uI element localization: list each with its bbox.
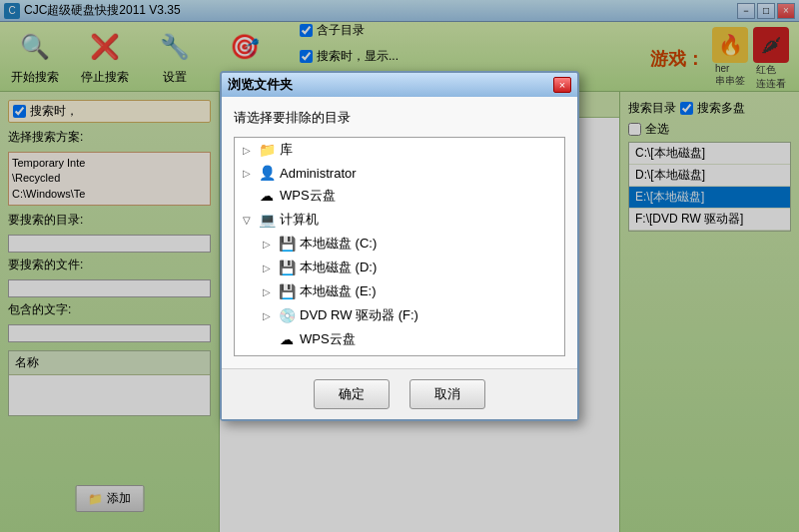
tree-item-admin[interactable]: ▷ 👤 Administrator: [235, 162, 564, 184]
tree-item-computer[interactable]: ▽ 💻 计算机: [235, 208, 564, 232]
local-e-icon: 💾: [277, 283, 297, 299]
iqiyi-label: 爱奇艺热播视频: [300, 354, 391, 356]
tree-item-wps2[interactable]: ▷ ☁ WPS云盘: [235, 327, 564, 351]
iqiyi-toggle: ▷: [259, 355, 275, 356]
local-e-label: 本地磁盘 (E:): [300, 282, 377, 300]
dvdrw-toggle: ▷: [259, 307, 275, 323]
tree-item-local-e[interactable]: ▷ 💾 本地磁盘 (E:): [235, 279, 564, 303]
tree-item-dvdrw[interactable]: ▷ 💿 DVD RW 驱动器 (F:): [235, 303, 564, 327]
cancel-button[interactable]: 取消: [409, 379, 485, 409]
wps2-label: WPS云盘: [300, 330, 356, 348]
wps2-cloud-icon: ☁: [277, 331, 297, 347]
computer-toggle: ▽: [239, 212, 255, 228]
dialog-title: 浏览文件夹: [228, 76, 293, 94]
local-c-icon: 💾: [277, 236, 297, 252]
dialog-buttons: 确定 取消: [222, 368, 577, 419]
tree-item-wps[interactable]: ▷ ☁ WPS云盘: [235, 184, 564, 208]
admin-icon: 👤: [257, 165, 277, 181]
computer-label: 计算机: [280, 211, 319, 229]
wps-cloud-icon: ☁: [257, 188, 277, 204]
dialog-body: 请选择要排除的目录 ▷ 📁 库 ▷ 👤 Administrator ▷ ☁ WP…: [222, 97, 577, 368]
admin-toggle: ▷: [239, 165, 255, 181]
local-c-label: 本地磁盘 (C:): [300, 235, 377, 253]
tree-item-local-d[interactable]: ▷ 💾 本地磁盘 (D:): [235, 256, 564, 279]
ok-button[interactable]: 确定: [314, 379, 390, 409]
local-c-toggle: ▷: [259, 236, 275, 252]
dvdrw-icon: 💿: [277, 307, 297, 323]
lib-label: 库: [280, 141, 293, 159]
dvdrw-label: DVD RW 驱动器 (F:): [300, 306, 418, 324]
local-d-label: 本地磁盘 (D:): [300, 259, 377, 276]
lib-folder-icon: 📁: [257, 142, 277, 158]
iqiyi-icon: 爱: [277, 355, 297, 356]
folder-tree[interactable]: ▷ 📁 库 ▷ 👤 Administrator ▷ ☁ WPS云盘 ▽ 💻: [234, 137, 565, 356]
wps-toggle: ▷: [239, 188, 255, 204]
local-d-icon: 💾: [277, 260, 297, 275]
wps-label: WPS云盘: [280, 187, 336, 205]
tree-item-iqiyi[interactable]: ▷ 爱 爱奇艺热播视频: [235, 351, 564, 356]
tree-item-local-c[interactable]: ▷ 💾 本地磁盘 (C:): [235, 232, 564, 256]
tree-item-lib[interactable]: ▷ 📁 库: [235, 138, 564, 162]
dialog-instruction: 请选择要排除的目录: [234, 109, 565, 127]
local-d-toggle: ▷: [259, 260, 275, 275]
dialog-close-button[interactable]: ×: [553, 77, 571, 93]
wps2-toggle: ▷: [259, 331, 275, 347]
dialog-title-bar: 浏览文件夹 ×: [222, 73, 577, 97]
admin-label: Administrator: [280, 166, 357, 181]
lib-toggle: ▷: [239, 142, 255, 158]
local-e-toggle: ▷: [259, 283, 275, 299]
computer-icon: 💻: [257, 212, 277, 228]
browse-folder-dialog: 浏览文件夹 × 请选择要排除的目录 ▷ 📁 库 ▷ 👤 Administrato…: [220, 71, 579, 421]
dialog-overlay: 浏览文件夹 × 请选择要排除的目录 ▷ 📁 库 ▷ 👤 Administrato…: [0, 0, 799, 532]
